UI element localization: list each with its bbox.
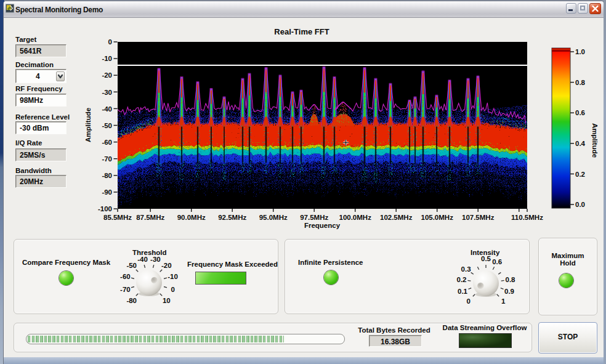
svg-text:1: 1 [501,297,506,305]
svg-text:10: 10 [163,297,171,304]
svg-text:-40: -40 [137,256,148,263]
svg-text:0.9: 0.9 [504,288,514,295]
svg-text:0.1: 0.1 [458,288,468,295]
svg-text:-60: -60 [120,273,131,280]
svg-text:-30: -30 [150,256,161,263]
svg-text:0.2: 0.2 [457,276,467,283]
svg-text:0.3: 0.3 [461,265,471,273]
svg-text:-20: -20 [161,262,172,269]
svg-text:-70: -70 [120,286,131,293]
svg-text:0.5: 0.5 [481,255,491,262]
svg-text:0: 0 [171,286,174,293]
svg-text:0.8: 0.8 [506,276,516,283]
svg-text:-10: -10 [168,273,178,280]
svg-text:0: 0 [466,297,470,305]
svg-text:-80: -80 [126,297,137,304]
svg-text:0.6: 0.6 [492,258,502,265]
svg-text:-50: -50 [126,262,137,269]
